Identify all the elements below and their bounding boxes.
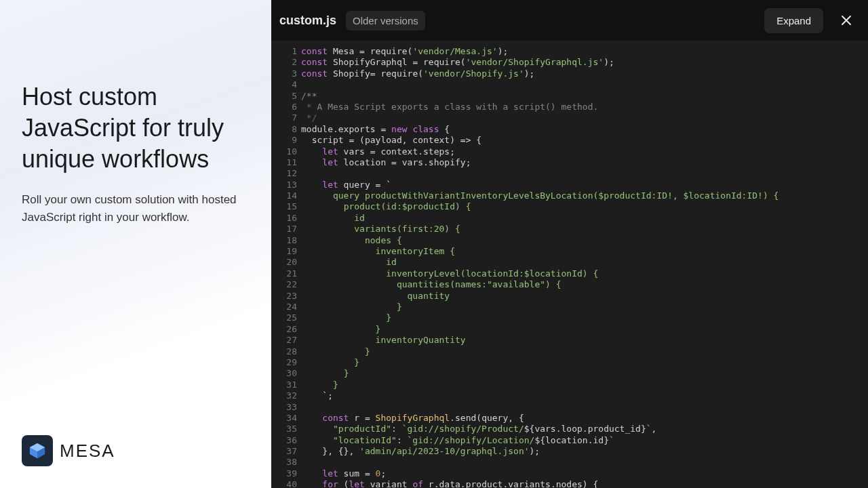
code-line[interactable] <box>301 168 868 179</box>
code-line[interactable]: query productWithVariantInventoryLevelsB… <box>301 190 868 201</box>
code-line[interactable]: for (let variant of r.data.product.varia… <box>301 479 868 488</box>
close-button[interactable] <box>833 7 860 34</box>
code-line[interactable]: let location = vars.shopify; <box>301 157 868 168</box>
code-line[interactable] <box>301 402 868 413</box>
hero-subtitle: Roll your own custom solution with hoste… <box>22 191 250 226</box>
code-line[interactable]: } <box>301 302 868 312</box>
code-line[interactable]: id <box>301 257 868 268</box>
code-line[interactable]: let sum = 0; <box>301 468 868 479</box>
line-gutter: 1234567891011121314151617181920212223242… <box>271 41 301 488</box>
code-line[interactable]: } <box>301 380 868 390</box>
code-area[interactable]: const Mesa = require('vendor/Mesa.js');c… <box>301 41 868 488</box>
code-line[interactable]: let vars = context.steps; <box>301 146 868 157</box>
code-line[interactable]: /** <box>301 91 868 102</box>
left-panel: Host custom JavaScript for truly unique … <box>0 0 271 488</box>
code-panel: custom.js Older versions Expand 12345678… <box>271 0 868 488</box>
code-line[interactable]: let query = ` <box>301 180 868 190</box>
code-line[interactable]: const Mesa = require('vendor/Mesa.js'); <box>301 46 868 57</box>
code-line[interactable]: inventoryItem { <box>301 246 868 257</box>
code-editor[interactable]: 1234567891011121314151617181920212223242… <box>271 41 868 488</box>
older-versions-button[interactable]: Older versions <box>346 11 425 30</box>
code-line[interactable]: * A Mesa Script exports a class with a s… <box>301 102 868 113</box>
close-icon <box>840 14 852 26</box>
expand-button[interactable]: Expand <box>764 8 823 33</box>
code-line[interactable]: variants(first:20) { <box>301 224 868 235</box>
code-line[interactable]: const r = ShopifyGraphql.send(query, { <box>301 413 868 424</box>
code-line[interactable]: */ <box>301 113 868 123</box>
code-line[interactable]: } <box>301 357 868 368</box>
brand-logo: MESA <box>22 435 115 466</box>
code-line[interactable]: }, {}, 'admin/api/2023-10/graphql.json')… <box>301 446 868 457</box>
code-line[interactable]: `; <box>301 390 868 401</box>
code-line[interactable]: quantities(names:"available") { <box>301 279 868 290</box>
code-line[interactable]: "locationId": `gid://shopify/Location/${… <box>301 435 868 446</box>
code-line[interactable]: id <box>301 213 868 224</box>
filename: custom.js <box>279 14 336 28</box>
code-line[interactable]: const ShopifyGraphql = require('vendor/S… <box>301 57 868 68</box>
code-line[interactable]: module.exports = new class { <box>301 124 868 135</box>
code-line[interactable]: inventoryQuantity <box>301 335 868 346</box>
code-line[interactable]: "productId": `gid://shopify/Product/${va… <box>301 424 868 434</box>
code-line[interactable]: nodes { <box>301 235 868 246</box>
code-line[interactable]: } <box>301 324 868 335</box>
topbar: custom.js Older versions Expand <box>271 0 868 41</box>
code-line[interactable]: const Shopify= require('vendor/Shopify.j… <box>301 68 868 79</box>
hero-title: Host custom JavaScript for truly unique … <box>22 81 250 175</box>
code-line[interactable]: } <box>301 346 868 357</box>
code-line[interactable]: product(id:$productId) { <box>301 201 868 212</box>
code-line[interactable]: } <box>301 312 868 323</box>
code-line[interactable] <box>301 79 868 90</box>
brand-name: MESA <box>60 441 115 462</box>
code-line[interactable]: quantity <box>301 291 868 302</box>
code-line[interactable]: } <box>301 368 868 379</box>
code-line[interactable] <box>301 457 868 468</box>
code-line[interactable]: script = (payload, context) => { <box>301 135 868 146</box>
logo-mark-icon <box>22 435 53 466</box>
code-line[interactable]: inventoryLevel(locationId:$locationId) { <box>301 268 868 279</box>
